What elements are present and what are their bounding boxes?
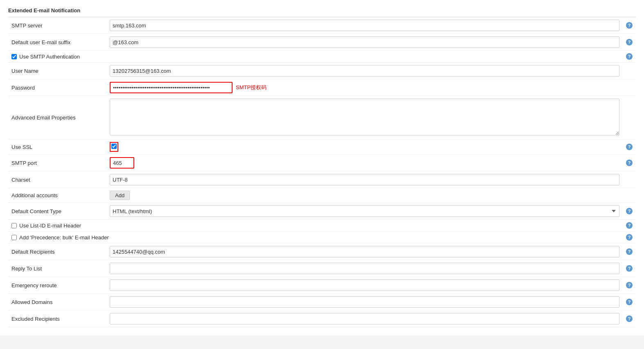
- allowed-domains-help-icon[interactable]: ?: [626, 299, 633, 305]
- add-precedence-label: Add 'Precedence: bulk' E-mail Header: [11, 234, 619, 241]
- add-precedence-help-icon[interactable]: ?: [626, 234, 633, 241]
- form-table: SMTP server ? Default user E-mail suffix…: [8, 17, 636, 327]
- smtp-server-row: SMTP server ?: [8, 17, 636, 34]
- reply-to-list-help-icon[interactable]: ?: [626, 265, 633, 272]
- charset-input[interactable]: [110, 174, 619, 185]
- default-content-type-help-icon[interactable]: ?: [626, 208, 633, 214]
- email-suffix-input[interactable]: [110, 36, 619, 48]
- smtp-server-help-icon[interactable]: ?: [626, 22, 633, 29]
- use-list-id-row: Use List-ID E-mail Header ?: [8, 220, 636, 232]
- email-suffix-label: Default user E-mail suffix: [8, 34, 106, 51]
- charset-label: Charset: [8, 171, 106, 188]
- allowed-domains-field-cell: [106, 294, 623, 311]
- user-name-help-cell: [623, 63, 636, 79]
- charset-row: Charset: [8, 171, 636, 188]
- use-list-id-help-cell: ?: [623, 220, 636, 232]
- add-account-button[interactable]: Add: [110, 191, 130, 200]
- password-field-cell: SMTP授权码: [106, 79, 623, 96]
- password-help-cell: [623, 79, 636, 96]
- section-title: Extended E-mail Notification: [8, 4, 636, 17]
- default-content-type-select[interactable]: HTML (text/html) Plain text (text/plain): [110, 205, 619, 217]
- emergency-reroute-row: Emergency reroute ?: [8, 277, 636, 294]
- user-name-input[interactable]: [110, 65, 619, 77]
- smtp-server-field-cell: [106, 17, 623, 34]
- add-precedence-help-cell: ?: [623, 232, 636, 243]
- excluded-recipients-help-icon[interactable]: ?: [626, 315, 633, 322]
- reply-to-list-help-cell: ?: [623, 260, 636, 277]
- use-ssl-checkbox[interactable]: [111, 144, 117, 149]
- use-ssl-help-icon[interactable]: ?: [626, 144, 633, 150]
- smtp-port-input[interactable]: [110, 157, 134, 169]
- use-smtp-auth-row: Use SMTP Authentication ?: [8, 51, 636, 63]
- emergency-reroute-input[interactable]: [110, 279, 619, 291]
- smtp-port-help-cell: ?: [623, 155, 636, 171]
- allowed-domains-input[interactable]: [110, 296, 619, 308]
- use-ssl-help-cell: ?: [623, 140, 636, 155]
- excluded-recipients-help-cell: ?: [623, 311, 636, 327]
- email-suffix-help-icon[interactable]: ?: [626, 39, 633, 45]
- excluded-recipients-input[interactable]: [110, 313, 619, 324]
- advanced-email-label: Advanced Email Properties: [8, 96, 106, 140]
- user-name-row: User Name: [8, 63, 636, 79]
- use-smtp-auth-label-cell: Use SMTP Authentication: [8, 51, 106, 63]
- default-recipients-field-cell: [106, 243, 623, 260]
- user-name-field-cell: [106, 63, 623, 79]
- use-list-id-text: Use List-ID E-mail Header: [19, 223, 81, 229]
- use-list-id-help-icon[interactable]: ?: [626, 222, 633, 229]
- smtp-server-input[interactable]: [110, 20, 619, 31]
- add-precedence-checkbox[interactable]: [11, 235, 17, 240]
- use-smtp-auth-checkbox[interactable]: [11, 54, 17, 59]
- use-smtp-auth-text: Use SMTP Authentication: [19, 54, 80, 60]
- additional-accounts-row: Additional accounts Add: [8, 188, 636, 203]
- default-content-type-row: Default Content Type HTML (text/html) Pl…: [8, 203, 636, 220]
- smtp-port-help-icon[interactable]: ?: [626, 160, 633, 166]
- emergency-reroute-help-icon[interactable]: ?: [626, 282, 633, 288]
- smtp-port-label: SMTP port: [8, 155, 106, 171]
- user-name-label: User Name: [8, 63, 106, 79]
- advanced-email-row: Advanced Email Properties: [8, 96, 636, 140]
- use-ssl-label: Use SSL: [8, 140, 106, 155]
- use-list-id-label: Use List-ID E-mail Header: [11, 223, 619, 229]
- allowed-domains-help-cell: ?: [623, 294, 636, 311]
- charset-field-cell: [106, 171, 623, 188]
- page-container: Extended E-mail Notification SMTP server…: [0, 0, 644, 335]
- smtp-server-label: SMTP server: [8, 17, 106, 34]
- use-list-id-label-cell: Use List-ID E-mail Header: [8, 220, 623, 232]
- emergency-reroute-help-cell: ?: [623, 277, 636, 294]
- default-recipients-help-cell: ?: [623, 243, 636, 260]
- excluded-recipients-label: Excluded Recipients: [8, 311, 106, 327]
- advanced-email-textarea[interactable]: [110, 99, 619, 135]
- reply-to-list-label: Reply To List: [8, 260, 106, 277]
- default-content-type-help-cell: ?: [623, 203, 636, 220]
- emergency-reroute-field-cell: [106, 277, 623, 294]
- password-row: Password SMTP授权码: [8, 79, 636, 96]
- add-precedence-text: Add 'Precedence: bulk' E-mail Header: [19, 234, 109, 241]
- additional-accounts-field-cell: Add: [106, 188, 623, 203]
- use-smtp-auth-field-cell: [106, 51, 623, 63]
- default-recipients-input[interactable]: [110, 246, 619, 257]
- default-content-type-field-cell: HTML (text/html) Plain text (text/plain): [106, 203, 623, 220]
- email-suffix-field-cell: [106, 34, 623, 51]
- reply-to-list-input[interactable]: [110, 263, 619, 274]
- advanced-email-field-cell: [106, 96, 623, 140]
- default-recipients-help-icon[interactable]: ?: [626, 248, 633, 255]
- use-ssl-checkbox-wrapper: [110, 142, 118, 152]
- smtp-port-field-cell: [106, 155, 623, 171]
- smtp-note: SMTP授权码: [236, 84, 267, 91]
- excluded-recipients-row: Excluded Recipients ?: [8, 311, 636, 327]
- email-suffix-help-cell: ?: [623, 34, 636, 51]
- use-smtp-auth-help-cell: ?: [623, 51, 636, 63]
- default-content-type-label: Default Content Type: [8, 203, 106, 220]
- email-suffix-row: Default user E-mail suffix ?: [8, 34, 636, 51]
- advanced-email-help-cell: [623, 96, 636, 140]
- default-recipients-row: Default Recipients ?: [8, 243, 636, 260]
- use-list-id-checkbox[interactable]: [11, 223, 17, 228]
- use-smtp-auth-label: Use SMTP Authentication: [11, 54, 103, 60]
- additional-accounts-label: Additional accounts: [8, 188, 106, 203]
- password-input[interactable]: [110, 82, 233, 93]
- add-precedence-row: Add 'Precedence: bulk' E-mail Header ?: [8, 232, 636, 243]
- use-smtp-auth-help-icon[interactable]: ?: [626, 53, 633, 60]
- default-recipients-label: Default Recipients: [8, 243, 106, 260]
- additional-accounts-help-cell: [623, 188, 636, 203]
- excluded-recipients-field-cell: [106, 311, 623, 327]
